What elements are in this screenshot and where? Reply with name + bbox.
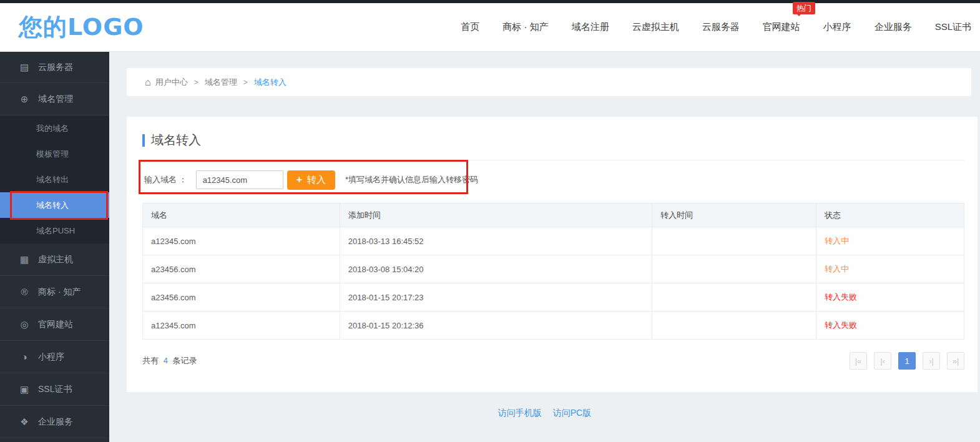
sidebar-item-domain-management[interactable]: ⊕ 域名管理 [0, 83, 109, 115]
header: 您的LOGO 首页 商标 · 知产 域名注册 云虚拟主机 云服务器 官网建站 热… [0, 3, 980, 52]
record-count-summary: 共有 4 条记录 [142, 355, 197, 366]
title-accent-bar [142, 134, 145, 147]
cell-status: 转入中 [816, 227, 964, 255]
sidebar-item-label: 云服务器 [38, 62, 73, 73]
sidebar-item-website-builder[interactable]: ◎ 官网建站 [0, 308, 109, 341]
pc-version-link[interactable]: 访问PC版 [553, 408, 591, 418]
transfer-in-button[interactable]: + 转入 [287, 170, 335, 190]
breadcrumb: ⌂ 用户中心 > 域名管理 > 域名转入 [127, 68, 971, 96]
nav-item-domain-register[interactable]: 域名注册 [572, 21, 609, 33]
breadcrumb-separator: > [194, 78, 198, 87]
nav-item-ssl-cert[interactable]: SSL证书 [935, 21, 971, 33]
host-icon: ▦ [19, 254, 30, 265]
nav-item-website-builder-label: 官网建站 [763, 21, 800, 32]
nav-item-website-builder[interactable]: 官网建站 热门 [763, 21, 800, 33]
sidebar-item-miniprogram[interactable]: ◑ 小程序 [0, 341, 109, 373]
cell-domain: a23456.com [143, 283, 340, 312]
nav-item-miniprogram[interactable]: 小程序 [823, 21, 851, 33]
cell-added-time: 2018-01-15 20:17:23 [340, 283, 652, 312]
sidebar-item-label: 域名管理 [38, 94, 73, 105]
top-nav: 首页 商标 · 知产 域名注册 云虚拟主机 云服务器 官网建站 热门 小程序 企… [438, 21, 971, 33]
transfer-in-form: 输入域名 ： + 转入 *填写域名并确认信息后输入转移密码 [142, 160, 964, 199]
sidebar-subitem-domain-push[interactable]: 域名PUSH [0, 218, 109, 243]
sidebar-subitem-template-management[interactable]: 模板管理 [0, 141, 109, 167]
site-logo[interactable]: 您的LOGO [19, 11, 144, 43]
summary-suffix: 条记录 [172, 356, 197, 365]
table-row: a12345.com 2018-01-15 20:12:36 转入失败 [143, 312, 964, 340]
cell-added-time: 2018-03-08 15:04:20 [340, 255, 652, 283]
sidebar-subitem-domain-transfer-out[interactable]: 域名转出 [0, 167, 109, 192]
registered-trademark-icon: ® [19, 287, 30, 297]
pagination-page-1[interactable]: 1 [898, 352, 916, 370]
home-icon: ⌂ [145, 77, 151, 88]
enterprise-icon: ❖ [19, 416, 30, 428]
breadcrumb-separator: > [243, 78, 248, 87]
sidebar-item-trademark[interactable]: ® 商标 · 知产 [0, 276, 109, 308]
sidebar-item-label: 企业服务 [38, 416, 73, 428]
mobile-version-link[interactable]: 访问手机版 [498, 408, 542, 418]
pagination-last-button[interactable]: »| [947, 352, 964, 370]
table-header-row: 域名 添加时间 转入时间 状态 [143, 204, 964, 227]
cell-transfer-time [652, 283, 816, 312]
domain-input-label: 输入域名 ： [144, 174, 187, 185]
pagination-first-button[interactable]: |« [850, 352, 867, 370]
transfer-records-table: 域名 添加时间 转入时间 状态 a12345.com 2018-03-13 16… [142, 203, 964, 340]
cell-transfer-time [652, 227, 816, 255]
sidebar-item-label: SSL证书 [38, 384, 72, 395]
sidebar-item-ssl-cert[interactable]: ▣ SSL证书 [0, 373, 109, 406]
table-row: a23456.com 2018-03-08 15:04:20 转入中 [143, 255, 964, 283]
table-row: a23456.com 2018-01-15 20:17:23 转入失败 [143, 283, 964, 312]
miniprogram-icon: ◑ [19, 351, 30, 362]
cell-transfer-time [652, 312, 816, 340]
sidebar-item-label: 小程序 [38, 351, 64, 363]
sidebar-item-label: 商标 · 知产 [38, 287, 81, 298]
page-title-text: 域名转入 [151, 132, 201, 149]
sidebar-subitem-domain-transfer-in[interactable]: 域名转入 [0, 192, 109, 218]
pagination: |« |‹ 1 ›| »| [843, 352, 964, 370]
col-header-transfer-time: 转入时间 [652, 204, 816, 227]
summary-count: 4 [164, 356, 168, 365]
cell-domain: a23456.com [143, 255, 340, 283]
plus-icon: + [296, 174, 302, 185]
cell-status: 转入失败 [816, 312, 964, 340]
nav-item-trademark[interactable]: 商标 · 知产 [502, 21, 548, 33]
domain-input[interactable] [196, 170, 283, 189]
sidebar-item-label: 官网建站 [38, 319, 73, 330]
summary-prefix: 共有 [142, 356, 159, 365]
cell-transfer-time [652, 255, 816, 283]
nav-item-enterprise-service[interactable]: 企业服务 [875, 21, 912, 33]
breadcrumb-user-center[interactable]: 用户中心 [155, 77, 188, 88]
table-footer: 共有 4 条记录 |« |‹ 1 ›| »| [142, 352, 964, 370]
footer-links: 访问手机版 访问PC版 [109, 408, 980, 419]
cell-added-time: 2018-03-13 16:45:52 [340, 227, 652, 255]
pagination-prev-button[interactable]: |‹ [874, 352, 891, 370]
sidebar-subitem-my-domains[interactable]: 我的域名 [0, 115, 109, 141]
cell-status: 转入中 [816, 255, 964, 283]
domain-management-submenu: 我的域名 模板管理 域名转出 域名转入 域名PUSH [0, 115, 109, 243]
server-icon: ▤ [19, 62, 30, 73]
nav-item-cloud-virtual-host[interactable]: 云虚拟主机 [632, 21, 679, 33]
nav-item-cloud-server[interactable]: 云服务器 [702, 21, 740, 33]
nav-item-home[interactable]: 首页 [461, 21, 479, 33]
cell-domain: a12345.com [143, 227, 340, 255]
certificate-icon: ▣ [19, 384, 30, 395]
col-header-status: 状态 [816, 204, 964, 227]
domain-transfer-in-panel: 域名转入 输入域名 ： + 转入 *填写域名并确认信息后输入转移密码 域名 添加… [127, 117, 978, 392]
hot-badge: 热门 [793, 2, 815, 14]
breadcrumb-domain-management[interactable]: 域名管理 [205, 77, 237, 88]
globe-icon: ⊕ [19, 94, 30, 105]
website-icon: ◎ [19, 319, 30, 330]
sidebar-item-enterprise-service[interactable]: ❖ 企业服务 [0, 406, 109, 438]
breadcrumb-domain-transfer-in[interactable]: 域名转入 [254, 77, 287, 88]
page-title: 域名转入 [142, 132, 964, 149]
content-area: ⌂ 用户中心 > 域名管理 > 域名转入 域名转入 输入域名 ： + 转入 *填… [109, 52, 980, 442]
transfer-in-button-label: 转入 [307, 174, 326, 186]
col-header-added-time: 添加时间 [340, 204, 652, 227]
sidebar-item-virtual-host[interactable]: ▦ 虚拟主机 [0, 243, 109, 276]
table-row: a12345.com 2018-03-13 16:45:52 转入中 [143, 227, 964, 255]
form-hint-text: *填写域名并确认信息后输入转移密码 [345, 174, 478, 185]
sidebar-item-cloud-server[interactable]: ▤ 云服务器 [0, 52, 109, 83]
cell-status: 转入失败 [816, 283, 964, 312]
pagination-next-button[interactable]: ›| [923, 352, 940, 370]
cell-domain: a12345.com [143, 312, 340, 340]
